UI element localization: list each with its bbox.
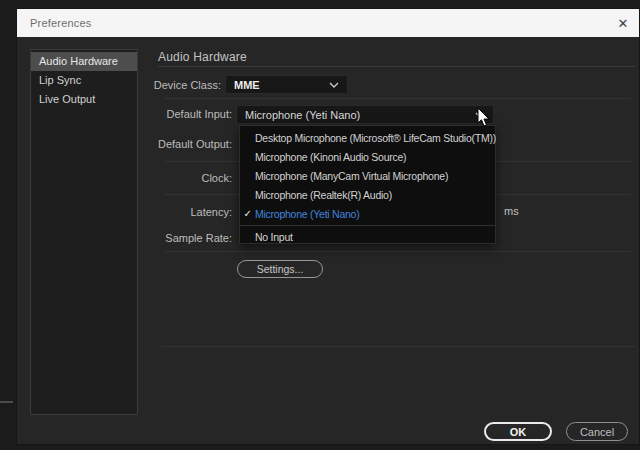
dialog-title: Preferences: [17, 17, 92, 29]
chevron-down-icon: [329, 82, 339, 88]
row-divider: [164, 98, 631, 99]
section-divider: [161, 346, 635, 347]
default-input-value: Microphone (Yeti Nano): [245, 109, 360, 121]
sidebar-item-audio-hardware[interactable]: Audio Hardware: [31, 52, 137, 71]
cancel-button[interactable]: Cancel: [566, 422, 628, 441]
menu-item-yeti-nano-selected[interactable]: ✓ Microphone (Yeti Nano): [240, 204, 495, 223]
sample-rate-label: Sample Rate:: [128, 230, 232, 247]
menu-divider: [240, 225, 495, 226]
mouse-cursor: [477, 107, 492, 132]
check-icon: ✓: [240, 208, 255, 219]
background-artifact-line: [0, 401, 13, 403]
preferences-dialog: Preferences ✕ Audio Hardware Lip Sync Li…: [16, 8, 640, 445]
menu-item-no-input[interactable]: No Input: [240, 227, 495, 246]
close-icon[interactable]: ✕: [611, 9, 635, 37]
default-input-dropdown[interactable]: Microphone (Yeti Nano): [236, 105, 494, 124]
menu-item-kinoni[interactable]: Microphone (Kinoni Audio Source): [240, 147, 495, 166]
default-input-label: Default Input:: [128, 106, 232, 123]
clock-label: Clock:: [128, 170, 232, 187]
settings-button[interactable]: Settings...: [237, 260, 323, 278]
page-title: Audio Hardware: [158, 50, 247, 64]
menu-item-manycam[interactable]: Microphone (ManyCam Virtual Microphone): [240, 166, 495, 185]
menu-item-realtek[interactable]: Microphone (Realtek(R) Audio): [240, 185, 495, 204]
row-divider: [164, 251, 631, 252]
device-class-dropdown[interactable]: MME: [225, 75, 348, 94]
latency-label: Latency:: [128, 204, 232, 221]
preferences-category-list: Audio Hardware Lip Sync Live Output: [30, 49, 138, 415]
device-class-label: Device Class:: [117, 77, 221, 94]
dialog-titlebar[interactable]: Preferences ✕: [17, 9, 639, 37]
device-class-value: MME: [234, 79, 260, 91]
menu-item-lifecam[interactable]: Desktop Microphone (Microsoft® LifeCam S…: [240, 128, 495, 147]
default-input-menu: Desktop Microphone (Microsoft® LifeCam S…: [239, 125, 496, 244]
heading-divider: [158, 66, 635, 67]
ok-button[interactable]: OK: [484, 422, 552, 441]
latency-unit: ms: [504, 205, 519, 217]
default-output-label: Default Output:: [128, 136, 232, 153]
